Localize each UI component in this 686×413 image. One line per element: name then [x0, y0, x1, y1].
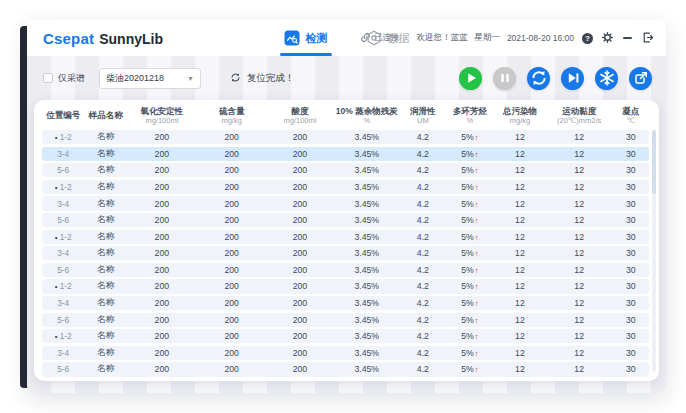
table-row[interactable]: •1-2名称2002002003.45%4.25%↑121230: [42, 130, 649, 144]
trend-up-icon: ↑: [475, 233, 479, 242]
table-scrollbar[interactable]: [652, 130, 656, 373]
sample-name-cell: 名称: [84, 247, 126, 259]
sample-name-cell: 名称: [84, 131, 126, 143]
table-row[interactable]: 3-4名称2002002003.45%4.25%↑121230: [42, 246, 649, 260]
sync-button[interactable]: [527, 67, 550, 90]
lubricity-cell: 4.2: [400, 281, 446, 291]
main-nav: 检测 数据: [284, 20, 410, 56]
table-row[interactable]: 5-6名称2002002003.45%4.25%↑121230: [42, 213, 649, 227]
contaminants-cell: 12: [494, 149, 546, 159]
logo-secondary: SunnyLib: [99, 31, 163, 47]
acidity-cell: 200: [267, 149, 334, 159]
minimize-button[interactable]: [621, 32, 634, 45]
scrollbar-thumb[interactable]: [652, 130, 656, 194]
trend-up-icon: ↑: [475, 200, 479, 209]
table-row[interactable]: •1-2名称2002002003.45%4.25%↑121230: [42, 329, 649, 343]
tab-detection-label: 检测: [306, 31, 328, 46]
header-cell: 凝点℃: [613, 107, 649, 125]
help-button[interactable]: ?: [581, 32, 594, 45]
freezing-cell: 30: [613, 298, 649, 308]
table-row[interactable]: •1-2名称2002002003.45%4.25%↑121230: [42, 279, 649, 293]
position-cell: •1-2: [42, 281, 84, 291]
position-cell: 3-4: [42, 348, 84, 358]
oxidation-cell: 200: [127, 331, 197, 341]
pah-cell: 5%↑: [446, 364, 495, 374]
pause-button[interactable]: [493, 67, 516, 90]
acidity-cell: 200: [267, 265, 334, 275]
contaminants-cell: 12: [494, 281, 546, 291]
export-icon: [630, 67, 652, 89]
table-row[interactable]: •1-2名称2002002003.45%4.25%↑121230: [42, 230, 649, 244]
residue-cell: 3.45%: [333, 199, 400, 209]
snowflake-icon: [596, 67, 618, 89]
reset-status[interactable]: 复位完成！: [229, 71, 295, 86]
viscosity-cell: 12: [546, 165, 613, 175]
viscosity-cell: 12: [546, 149, 613, 159]
table-row[interactable]: 5-6名称2002002003.45%4.25%↑121230: [42, 313, 649, 327]
sample-select[interactable]: 柴油20201218 ▼: [99, 68, 201, 89]
acidity-cell: 200: [267, 298, 334, 308]
residue-cell: 3.45%: [333, 315, 400, 325]
pah-cell: 5%↑: [446, 149, 495, 159]
table-row[interactable]: 5-6名称2002002003.45%4.25%↑121230: [42, 263, 649, 277]
sync-icon: [528, 67, 550, 89]
tab-data[interactable]: 数据: [366, 20, 410, 56]
tab-data-label: 数据: [388, 31, 410, 46]
residue-cell: 3.45%: [333, 132, 400, 142]
viscosity-cell: 12: [546, 315, 613, 325]
viscosity-cell: 12: [546, 132, 613, 142]
freeze-button[interactable]: [595, 67, 618, 90]
acidity-cell: 200: [267, 132, 334, 142]
table-row[interactable]: 3-4名称2002002003.45%4.25%↑121230: [42, 147, 649, 161]
row-marker-icon: •: [55, 282, 58, 291]
oxidation-cell: 200: [127, 199, 197, 209]
position-cell: 3-4: [42, 199, 84, 209]
spectrum-only-label: 仅采谱: [58, 72, 85, 85]
freezing-cell: 30: [613, 331, 649, 341]
viscosity-cell: 12: [546, 215, 613, 225]
viscosity-cell: 12: [546, 364, 613, 374]
lubricity-cell: 4.2: [400, 232, 446, 242]
table-row[interactable]: 5-6名称2002002003.45%4.25%↑121230: [42, 362, 649, 376]
spectrum-only-checkbox[interactable]: 仅采谱: [43, 72, 85, 85]
residue-cell: 3.45%: [333, 364, 400, 374]
oxidation-cell: 200: [127, 348, 197, 358]
sulfur-cell: 200: [197, 149, 267, 159]
skip-button[interactable]: [561, 67, 584, 90]
header-cell: 润滑性UM: [400, 107, 446, 125]
sample-name-cell: 名称: [84, 148, 126, 160]
table-row[interactable]: 3-4名称2002002003.45%4.25%↑121230: [42, 196, 649, 210]
greeting-text: 欢迎您！蓝蓝: [416, 32, 467, 44]
acidity-cell: 200: [267, 182, 334, 192]
table-row[interactable]: 3-4名称2002002003.45%4.25%↑121230: [42, 346, 649, 360]
residue-cell: 3.45%: [333, 165, 400, 175]
freezing-cell: 30: [613, 232, 649, 242]
lubricity-cell: 4.2: [400, 265, 446, 275]
viscosity-cell: 12: [546, 248, 613, 258]
table-row[interactable]: 5-6名称2002002003.45%4.25%↑121230: [42, 163, 649, 177]
start-button[interactable]: [459, 67, 482, 90]
tab-detection[interactable]: 检测: [284, 20, 328, 56]
oxidation-cell: 200: [127, 265, 197, 275]
sulfur-cell: 200: [197, 165, 267, 175]
pah-cell: 5%↑: [446, 215, 495, 225]
pah-cell: 5%↑: [446, 132, 495, 142]
export-button[interactable]: [629, 67, 652, 90]
header-cell: 位置编号: [42, 111, 84, 121]
sample-name-cell: 名称: [84, 347, 126, 359]
sample-name-cell: 名称: [84, 297, 126, 309]
table-row[interactable]: •1-2名称2002002003.45%4.25%↑121230: [42, 180, 649, 194]
action-buttons: [459, 67, 652, 90]
weekday-text: 星期一: [474, 32, 500, 44]
contaminants-cell: 12: [494, 199, 546, 209]
table-row[interactable]: 3-4名称2002002003.45%4.25%↑121230: [42, 296, 649, 310]
settings-button[interactable]: [601, 32, 614, 45]
row-marker-icon: •: [55, 332, 58, 341]
residue-cell: 3.45%: [333, 281, 400, 291]
contaminants-cell: 12: [494, 182, 546, 192]
trend-up-icon: ↑: [475, 133, 479, 142]
residue-cell: 3.45%: [333, 149, 400, 159]
minimize-icon: [623, 37, 632, 39]
exit-button[interactable]: [641, 32, 654, 45]
sample-name-cell: 名称: [84, 214, 126, 226]
